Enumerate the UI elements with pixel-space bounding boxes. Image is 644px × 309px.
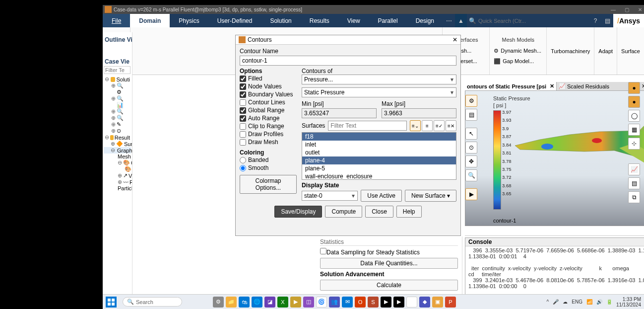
smooth-radio[interactable] <box>240 165 246 171</box>
min-input[interactable] <box>302 108 377 118</box>
layers-icon[interactable]: ▤ <box>465 109 477 121</box>
circle-icon[interactable]: ◯ <box>628 110 640 122</box>
office-icon[interactable]: O <box>355 297 366 308</box>
contour-name-input[interactable] <box>240 56 456 66</box>
compute-button[interactable]: Compute <box>325 206 362 218</box>
grid-icon[interactable]: ▦ <box>628 124 640 136</box>
close-dialog-button[interactable]: Close <box>365 206 393 218</box>
app-icon[interactable]: S <box>368 297 379 308</box>
close-button[interactable]: ✕ <box>638 7 642 12</box>
surfaces-select-all-icon[interactable]: ≡✓ <box>434 120 445 131</box>
surfaces-filter-input[interactable] <box>328 121 407 131</box>
contour-lines-checkbox[interactable] <box>240 99 246 106</box>
data-file-quantities-button[interactable]: Data File Quantities... <box>320 258 458 269</box>
surfaces-filter-icon[interactable]: ≡⌄ <box>410 120 421 131</box>
chevron-up-icon[interactable]: ^ <box>547 299 549 305</box>
maximize-button[interactable]: ▢ <box>625 7 629 12</box>
use-active-button[interactable]: Use Active <box>361 190 402 202</box>
auto-range-checkbox[interactable] <box>240 115 246 122</box>
canvas-viewport[interactable]: Static Pressure [ psi ] 3.97 3.93 3.9 3.… <box>465 82 644 226</box>
battery-icon[interactable]: 🔋 <box>606 299 612 305</box>
app-icon[interactable]: ⚙ <box>213 297 224 308</box>
chrome-icon[interactable]: 🌀 <box>316 297 327 308</box>
tree-vectors[interactable]: ⊕↗Vectors <box>104 172 131 179</box>
clock-date[interactable]: 11/13/2024 <box>616 302 641 308</box>
tab-file[interactable]: File <box>103 14 130 27</box>
volume-icon[interactable]: 🔊 <box>596 299 602 305</box>
taskbar-search[interactable]: 🔍 Search <box>123 297 182 307</box>
quick-search-input[interactable] <box>478 18 528 24</box>
node-values-checkbox[interactable] <box>240 83 246 90</box>
filled-checkbox[interactable] <box>240 76 246 82</box>
tab-results[interactable]: Results <box>301 14 338 27</box>
display-state-select[interactable]: state-0 <box>302 191 358 201</box>
move-icon[interactable]: ✥ <box>465 155 477 167</box>
layout-icon[interactable]: ▤ <box>601 14 613 27</box>
surfaces-deselect-icon[interactable]: ≡✕ <box>446 120 456 131</box>
field-variable-select[interactable]: Static Pressure <box>302 87 456 97</box>
pointer-icon[interactable]: ↖ <box>465 128 477 140</box>
tree-results[interactable]: ⊖Result <box>104 134 131 141</box>
ribbon-more-icon[interactable]: ⋯ <box>443 14 455 27</box>
tree-graphics[interactable]: ⊖Graphics <box>104 147 131 154</box>
mic-icon[interactable]: 🎤 <box>553 299 559 305</box>
tree-surfaces[interactable]: ⊕🔶Surfaces <box>104 141 131 147</box>
clock-time[interactable]: 1:33 PM <box>616 297 641 302</box>
axes-icon[interactable]: ⊹ <box>628 138 640 150</box>
ribbon-up-icon[interactable]: ▲ <box>455 14 467 27</box>
new-surface-button[interactable]: New Surface ▾ <box>405 190 456 202</box>
save-display-button[interactable]: Save/Display <box>274 206 322 218</box>
system-tray[interactable]: ^ 🎤 ☁ ENG 📶 🔊 🔋 1:33 PM 11/13/2024 <box>547 297 641 308</box>
table-icon[interactable]: ▤ <box>628 177 640 189</box>
app-icon[interactable]: ▶ <box>290 297 301 308</box>
dynamic-mesh-button[interactable]: ⚙ Dynamic Mesh... <box>494 47 542 55</box>
tab-physics[interactable]: Physics <box>170 14 208 27</box>
tab-solution[interactable]: Solution <box>261 14 300 27</box>
draw-profiles-checkbox[interactable] <box>240 131 246 138</box>
lang-icon[interactable]: ENG <box>572 299 582 305</box>
colormap-options-button[interactable]: Colormap Options... <box>240 175 297 194</box>
sphere-icon[interactable]: ● <box>628 82 640 94</box>
data-sampling-checkbox[interactable] <box>320 248 326 254</box>
chart-icon[interactable]: 📈 <box>628 163 640 175</box>
draw-mesh-checkbox[interactable] <box>240 139 246 146</box>
excel-icon[interactable]: X <box>277 297 288 308</box>
tree-pathlines[interactable]: ⊕〰Pathlines <box>104 179 131 185</box>
help-icon[interactable]: ? <box>589 14 601 27</box>
surface-outlet[interactable]: outlet <box>302 149 456 156</box>
zoom-icon[interactable]: 🔍 <box>465 169 477 181</box>
powerpoint-icon[interactable]: P <box>445 297 456 308</box>
copy-icon[interactable]: ⧉ <box>628 191 640 203</box>
surfaces-sort-icon[interactable]: ≡ <box>422 120 433 131</box>
max-input[interactable] <box>382 108 456 118</box>
edge-icon[interactable]: 🌐 <box>252 297 262 308</box>
tab-user-defined[interactable]: User-Defined <box>208 14 261 27</box>
tree-solution[interactable]: ⊖Soluti <box>104 76 131 82</box>
opera-icon[interactable]: O <box>406 297 417 308</box>
filter-input[interactable] <box>104 66 130 74</box>
tree-particle[interactable]: Particle Tracks <box>104 185 131 191</box>
calculate-button[interactable]: Calculate <box>320 280 458 291</box>
app-icon[interactable]: ▶ <box>393 297 404 308</box>
surfaces-list[interactable]: f18 inlet outlet plane-4 plane-5 wall-en… <box>302 132 456 180</box>
gear-icon[interactable]: ⚙ <box>465 95 477 107</box>
minimize-button[interactable]: — <box>611 7 616 12</box>
explorer-icon[interactable]: 📁 <box>226 297 237 308</box>
quick-search[interactable]: 🔍 <box>467 14 530 27</box>
surface-plane-4[interactable]: plane-4 <box>302 156 456 164</box>
surface-wall[interactable]: wall-enclosure_enclosure <box>302 172 456 180</box>
clip-checkbox[interactable] <box>240 123 246 130</box>
tab-parallel[interactable]: Parallel <box>369 14 407 27</box>
console-output[interactable]: 396 3.3555e-03 5.7197e-06 7.6659e-06 5.6… <box>465 246 644 290</box>
surface-f18[interactable]: f18 <box>302 133 456 141</box>
canvas-tab-contours[interactable]: ontours of Static Pressure [psi✕ <box>465 82 557 90</box>
turbomachinery-button[interactable]: Turbomachinery <box>547 27 594 75</box>
boundary-values-checkbox[interactable] <box>240 91 246 98</box>
teams-icon[interactable]: 👥 <box>329 297 340 308</box>
cloud-icon[interactable]: ☁ <box>563 299 568 305</box>
sphere2-icon[interactable]: ● <box>628 96 640 108</box>
tree-contours[interactable]: ⊖🎨Contours <box>104 159 131 166</box>
app-icon[interactable]: ▶ <box>381 297 391 308</box>
app-icon[interactable]: ◪ <box>264 297 275 308</box>
tree-mesh[interactable]: Mesh <box>104 154 131 159</box>
